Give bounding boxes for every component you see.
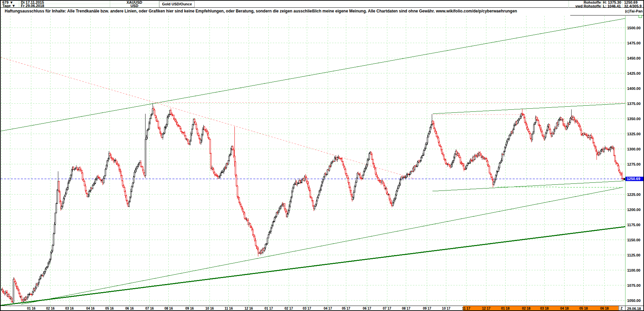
end-date-cell: Fr 29.06.2018 bbox=[19, 4, 110, 7]
y-axis-tick-label: 1050.00 bbox=[627, 299, 643, 303]
x-axis-month-label: 03 18 bbox=[540, 307, 549, 310]
x-axis-month-label: 10 16 bbox=[205, 307, 214, 310]
period-dropdown[interactable]: Tage ▼ bbox=[1, 4, 19, 7]
axis-end-date: 29.06.18 bbox=[627, 307, 641, 311]
y-axis-tick-label: 1300.00 bbox=[627, 147, 643, 151]
price-pointer-icon bbox=[623, 178, 625, 180]
header-divider bbox=[0, 7, 644, 8]
x-axis-month-label: 03 16 bbox=[65, 307, 74, 310]
x-axis-month-label: 05 17 bbox=[342, 307, 350, 310]
last-price-flag: 1250.69 bbox=[625, 177, 644, 181]
y-axis-tick-label: 1275.00 bbox=[627, 162, 643, 166]
x-axis-month-label: 05 18 bbox=[579, 307, 588, 310]
x-axis-month-label: 06 18 bbox=[600, 307, 609, 310]
x-axis-month-label: 11 17 bbox=[462, 307, 470, 310]
y-axis-tick-label: 1350.00 bbox=[627, 117, 643, 121]
x-axis-month-label: 05 16 bbox=[105, 307, 114, 310]
x-axis-month-label: 08 17 bbox=[402, 307, 410, 310]
x-axis-month-label: 09 17 bbox=[423, 307, 431, 310]
x-axis-month-label: 08 16 bbox=[164, 307, 173, 310]
y-axis-tick-label: 1125.00 bbox=[627, 253, 643, 257]
chart-corner-control[interactable] bbox=[639, 15, 642, 18]
high-low-values: H: 1375.30L: 1046.41 bbox=[603, 1, 621, 8]
y-axis-tick-label: 1400.00 bbox=[627, 87, 643, 91]
zoom-indicator[interactable]: Z bbox=[620, 307, 622, 310]
x-axis-month-label: 07 17 bbox=[383, 307, 391, 310]
x-axis-month-label: 01 16 bbox=[27, 307, 35, 310]
x-axis-month-label: 01 17 bbox=[264, 307, 273, 310]
instrument-title: Gold USD/Ounce bbox=[159, 1, 195, 7]
x-axis-month-label: 02 18 bbox=[522, 307, 530, 310]
x-axis-month-label: 01 18 bbox=[501, 307, 510, 310]
y-axis-tick-label: 1075.00 bbox=[627, 283, 643, 287]
x-axis-month-label: 12 17 bbox=[482, 307, 490, 310]
y-axis-tick-label: 1450.00 bbox=[627, 56, 643, 60]
y-axis-tick-label: 1100.00 bbox=[627, 268, 643, 272]
last-price-and-range: 1250.6932.4/305.9 bbox=[624, 1, 643, 8]
x-axis-month-label: 10 17 bbox=[442, 307, 450, 310]
x-axis-month-label: 02 17 bbox=[285, 307, 293, 310]
x-axis-month-label: 06 16 bbox=[125, 307, 134, 310]
chart-plot-area[interactable] bbox=[1, 16, 625, 306]
taipan-chart-window: 679 ▼ Di 17.11.2015 XAUUSD Tage ▼ Fr 29.… bbox=[0, 0, 644, 311]
y-axis-tick-label: 1325.00 bbox=[627, 132, 643, 136]
x-axis-month-label: 04 16 bbox=[86, 307, 95, 310]
copyright-label: (c)Tai-Pan bbox=[603, 9, 643, 13]
x-axis-month-label: 04 17 bbox=[324, 307, 332, 310]
x-axis-month-label: 07 16 bbox=[145, 307, 154, 310]
y-axis-tick-label: 1150.00 bbox=[627, 238, 643, 242]
x-axis-month-label: 02 16 bbox=[46, 307, 55, 310]
x-axis-month-label: 11 16 bbox=[225, 307, 233, 310]
x-axis-month-label: 12 16 bbox=[245, 307, 253, 310]
data-source: Rohstoffevwd Rohstoffe bbox=[570, 1, 601, 8]
currency-cell: USD bbox=[110, 4, 159, 7]
x-axis-month-label: 03 17 bbox=[303, 307, 311, 310]
y-axis-tick-label: 1475.00 bbox=[627, 41, 643, 45]
x-axis-month-label: 06 17 bbox=[363, 307, 371, 310]
header-left-block: 679 ▼ Di 17.11.2015 XAUUSD Tage ▼ Fr 29.… bbox=[1, 1, 159, 7]
x-axis-month-label: 04 18 bbox=[560, 307, 569, 310]
disclaimer-text: Haftungsausschluss für Inhalte: Alle Tre… bbox=[5, 9, 544, 13]
y-axis-tick-label: 1425.00 bbox=[627, 71, 643, 75]
y-axis-tick-label: 1200.00 bbox=[627, 208, 643, 212]
y-axis-tick-label: 1225.00 bbox=[627, 193, 643, 197]
y-axis-tick-label: 1175.00 bbox=[627, 223, 643, 227]
y-axis-tick-label: 1500.00 bbox=[627, 26, 643, 30]
x-axis-month-label: 09 16 bbox=[185, 307, 194, 310]
y-axis-tick-label: 1375.00 bbox=[627, 102, 643, 106]
